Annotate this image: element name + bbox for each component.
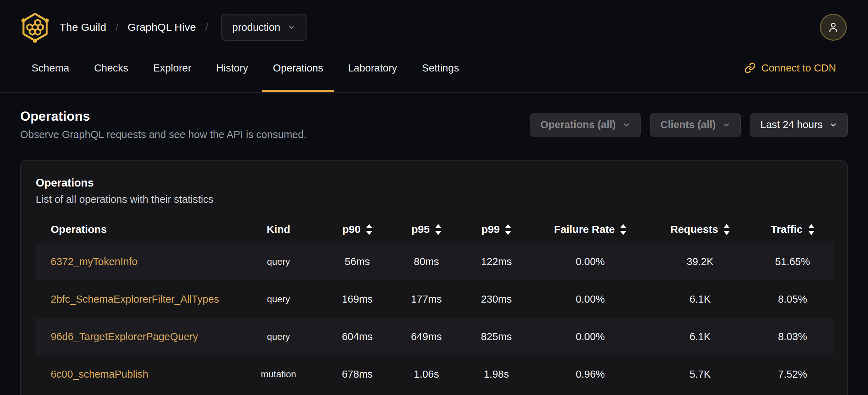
operations-page: Operations Observe GraphQL requests and … [0, 109, 868, 395]
kind-cell: query [234, 280, 323, 318]
p90-cell: 169ms [323, 280, 392, 318]
clients-filter-dropdown[interactable]: Clients (all) [650, 113, 741, 137]
page-title: Operations [20, 109, 306, 124]
link-icon [744, 62, 756, 74]
time-range-dropdown[interactable]: Last 24 hours [750, 113, 848, 137]
operation-link[interactable]: 6c00_schemaPublish [51, 368, 148, 380]
p99-cell: 825ms [461, 318, 532, 355]
operations-table: Operations Kind p90 p95 p99 Failure Rate [36, 216, 834, 393]
column-label: p90 [342, 223, 361, 235]
p95-cell: 80ms [392, 243, 461, 280]
table-row: 96d6_TargetExplorerPageQuery query 604ms… [36, 318, 834, 355]
tab-settings[interactable]: Settings [411, 44, 470, 92]
hive-logo-icon[interactable] [20, 11, 50, 43]
sort-arrows-icon [435, 224, 441, 235]
card-title: Operations [36, 177, 832, 189]
traffic-cell: 7.52% [751, 355, 834, 393]
main-nav: Schema Checks Explorer History Operation… [0, 44, 868, 93]
operations-filter-label: Operations (all) [540, 119, 616, 131]
p90-cell: 678ms [323, 355, 392, 393]
kind-cell: query [234, 318, 323, 355]
sort-arrows-icon [366, 224, 372, 235]
operations-card: Operations List of all operations with t… [20, 160, 848, 395]
p95-cell: 649ms [392, 318, 461, 355]
table-row: 2bfc_SchemaExplorerFilter_AllTypes query… [36, 280, 834, 318]
p95-cell: 177ms [392, 280, 461, 318]
tab-checks[interactable]: Checks [83, 44, 139, 92]
column-header-p95[interactable]: p95 [392, 216, 461, 243]
sort-arrows-icon [505, 224, 511, 235]
column-header-failure-rate[interactable]: Failure Rate [532, 216, 649, 243]
sort-arrows-icon [620, 224, 626, 235]
requests-cell: 39.2K [649, 243, 751, 280]
operations-filter-dropdown[interactable]: Operations (all) [530, 113, 641, 137]
tab-operations[interactable]: Operations [262, 44, 334, 92]
sort-arrows-icon [808, 224, 815, 235]
breadcrumb-separator: / [205, 21, 208, 33]
breadcrumb-separator: / [115, 21, 118, 33]
traffic-cell: 51.65% [751, 243, 834, 280]
p99-cell: 1.98s [461, 355, 532, 393]
p90-cell: 56ms [323, 243, 392, 280]
column-header-traffic[interactable]: Traffic [751, 216, 834, 243]
user-menu-button[interactable] [820, 14, 847, 41]
card-subtitle: List of all operations with their statis… [36, 194, 832, 205]
tab-schema[interactable]: Schema [21, 44, 80, 92]
column-header-p99[interactable]: p99 [461, 216, 532, 243]
chevron-down-icon [829, 121, 838, 129]
column-label: Requests [670, 223, 718, 235]
column-label: Traffic [771, 223, 802, 235]
operation-link[interactable]: 2bfc_SchemaExplorerFilter_AllTypes [51, 293, 219, 305]
table-row: 6372_myTokenInfo query 56ms 80ms 122ms 0… [36, 243, 834, 280]
tab-laboratory[interactable]: Laboratory [337, 44, 408, 92]
app-header: The Guild / GraphQL Hive / production [0, 0, 868, 44]
page-header-row: Operations Observe GraphQL requests and … [20, 109, 848, 141]
sort-arrows-icon [723, 224, 730, 235]
failure-rate-cell: 0.00% [532, 280, 649, 318]
p95-cell: 1.06s [392, 355, 461, 393]
user-icon [827, 21, 840, 34]
column-label: p99 [481, 223, 500, 235]
breadcrumb: The Guild / GraphQL Hive / production [20, 11, 307, 43]
breadcrumb-org[interactable]: The Guild [60, 21, 106, 33]
table-header-row: Operations Kind p90 p95 p99 Failure Rate [36, 216, 834, 243]
time-range-label: Last 24 hours [760, 119, 823, 131]
target-selector-value: production [232, 22, 280, 33]
table-row: 6c00_schemaPublish mutation 678ms 1.06s … [36, 355, 834, 393]
connect-to-cdn-button[interactable]: Connect to CDN [744, 44, 836, 92]
target-selector[interactable]: production [221, 14, 307, 41]
p90-cell: 604ms [323, 318, 392, 355]
traffic-cell: 8.03% [751, 318, 834, 355]
requests-cell: 6.1K [649, 280, 751, 318]
page-heading: Operations Observe GraphQL requests and … [20, 109, 306, 141]
requests-cell: 6.1K [649, 318, 751, 355]
page-subtitle: Observe GraphQL requests and see how the… [20, 129, 306, 141]
p99-cell: 230ms [461, 280, 532, 318]
operation-link[interactable]: 6372_myTokenInfo [51, 256, 137, 267]
traffic-cell: 8.05% [751, 280, 834, 318]
operation-link[interactable]: 96d6_TargetExplorerPageQuery [51, 331, 198, 342]
chevron-down-icon [722, 121, 731, 129]
failure-rate-cell: 0.00% [532, 318, 649, 355]
p99-cell: 122ms [461, 243, 532, 280]
clients-filter-label: Clients (all) [660, 119, 716, 131]
chevron-down-icon [622, 121, 631, 129]
column-header-requests[interactable]: Requests [649, 216, 751, 243]
column-header-operations: Operations [36, 216, 234, 243]
column-label: Failure Rate [554, 223, 615, 235]
failure-rate-cell: 0.00% [532, 243, 649, 280]
column-header-kind: Kind [234, 216, 323, 243]
breadcrumb-project[interactable]: GraphQL Hive [128, 21, 196, 33]
column-header-p90[interactable]: p90 [323, 216, 392, 243]
failure-rate-cell: 0.96% [532, 355, 649, 393]
requests-cell: 5.7K [649, 355, 751, 393]
kind-cell: query [234, 243, 323, 280]
chevron-down-icon [287, 23, 296, 32]
column-label: p95 [411, 223, 430, 235]
connect-to-cdn-label: Connect to CDN [761, 62, 836, 74]
kind-cell: mutation [234, 355, 323, 393]
tab-explorer[interactable]: Explorer [142, 44, 202, 92]
filters-bar: Operations (all) Clients (all) Last 24 h… [530, 113, 848, 137]
tab-history[interactable]: History [205, 44, 259, 92]
